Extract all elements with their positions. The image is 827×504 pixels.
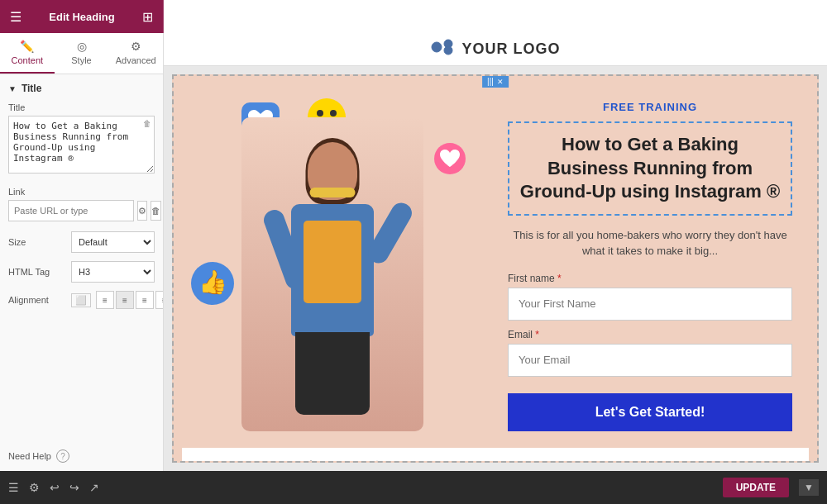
content-icon: ✏️ (20, 40, 34, 53)
advanced-icon: ⚙ (131, 40, 141, 53)
update-button[interactable]: UPDATE (723, 478, 789, 497)
alignment-row: Alignment ⬜ ≡ ≡ ≡ ≡ (8, 291, 155, 309)
tab-content[interactable]: ✏️ Content (0, 33, 55, 74)
selector-badge: ||| ✕ (482, 75, 509, 88)
bottom-bar: ☰ ⚙ ↩ ↪ ↗ UPDATE ▼ (0, 471, 827, 504)
email-field-group: Email * (508, 329, 792, 377)
link-row: ⚙ 🗑 (8, 200, 155, 221)
link-delete-button[interactable]: 🗑 (151, 201, 161, 221)
style-icon: ◎ (77, 40, 87, 53)
align-left-button[interactable]: ≡ (96, 291, 114, 309)
person-figure (250, 126, 415, 423)
hero-left: 👍 (174, 76, 491, 448)
as-seen-on-section: AS SEEN ON: (182, 448, 809, 463)
logo-area: YOUR LOGO (430, 37, 560, 61)
bottom-redo-icon[interactable]: ↪ (69, 481, 79, 494)
as-seen-logo-1 (290, 460, 332, 463)
logo-icon (430, 37, 455, 61)
main-heading-box[interactable]: How to Get a Baking Business Running fro… (508, 121, 792, 216)
person-sunglasses (310, 188, 356, 197)
svg-point-6 (330, 110, 337, 116)
section-arrow-icon: ▼ (8, 84, 17, 93)
align-center-button[interactable]: ≡ (116, 291, 134, 309)
html-tag-label: HTML Tag (8, 267, 66, 277)
top-bar-canvas-header (164, 0, 827, 33)
cta-button[interactable]: Let's Get Started! (508, 393, 792, 431)
size-select[interactable]: Default Small Medium Large (71, 231, 155, 253)
selector-badge-label: ||| (487, 77, 494, 86)
title-field-label: Title (8, 102, 155, 112)
as-seen-logo-3 (423, 460, 464, 463)
textarea-delete-icon[interactable]: 🗑 (143, 119, 151, 128)
svg-point-5 (317, 110, 323, 116)
first-name-required: * (557, 273, 562, 284)
section-title-label: Title (22, 83, 41, 94)
svg-marker-15 (362, 462, 392, 463)
size-row: Size Default Small Medium Large (8, 231, 155, 253)
html-tag-select[interactable]: H3 H1 H2 H4 H5 H6 p div span (71, 261, 155, 283)
top-bar-left: ☰ Edit Heading ⊞ (0, 0, 164, 33)
person-head (308, 142, 357, 200)
align-right-button[interactable]: ≡ (136, 291, 154, 309)
svg-point-2 (444, 46, 452, 55)
monitor-icon[interactable]: ⬜ (71, 293, 91, 307)
as-seen-logo-4 (489, 460, 530, 463)
bottom-share-icon[interactable]: ↗ (89, 481, 99, 494)
alignment-label: Alignment (8, 295, 66, 305)
selector-badge-close-icon[interactable]: ✕ (497, 78, 504, 86)
free-training-label: FREE TRAINING (508, 101, 792, 113)
hero-right: FREE TRAINING How to Get a Baking Busine… (491, 76, 817, 448)
logo-text: YOUR LOGO (461, 40, 560, 58)
bottom-settings-icon[interactable]: ⚙ (29, 481, 40, 494)
svg-point-0 (432, 42, 442, 52)
email-input[interactable] (508, 344, 792, 377)
help-circle-icon: ? (56, 449, 69, 463)
main-heading: How to Get a Baking Business Running fro… (519, 133, 781, 204)
svg-text:👍: 👍 (198, 269, 227, 296)
tab-advanced[interactable]: ⚙ Advanced (108, 33, 163, 74)
link-field-label: Link (8, 187, 155, 197)
person-shirt (304, 221, 361, 303)
title-input[interactable]: How to Get a Baking Business Running fro… (8, 116, 155, 174)
landing-section: ||| ✕ (172, 74, 819, 463)
bottom-hamburger-icon[interactable]: ☰ (8, 481, 19, 494)
section-title-header: ▼ Title (8, 83, 155, 94)
link-input[interactable] (8, 200, 134, 221)
tab-advanced-label: Advanced (116, 55, 156, 65)
need-help-label: Need Help (8, 451, 51, 461)
tab-style[interactable]: ◎ Style (55, 33, 109, 74)
sidebar-tabs: ✏️ Content ◎ Style ⚙ Advanced (0, 33, 163, 74)
canvas-logo-bar: YOUR LOGO (164, 33, 827, 66)
canvas-area: YOUR LOGO ||| ✕ (164, 33, 827, 471)
hamburger-icon[interactable]: ☰ (10, 9, 22, 25)
update-dropdown-button[interactable]: ▼ (799, 479, 819, 496)
email-label: Email * (508, 329, 792, 340)
svg-marker-12 (294, 462, 327, 463)
title-textarea-wrapper: How to Get a Baking Business Running fro… (8, 116, 155, 177)
tab-style-label: Style (71, 55, 91, 65)
html-tag-row: HTML Tag H3 H1 H2 H4 H5 H6 p div span (8, 261, 155, 283)
link-settings-button[interactable]: ⚙ (137, 201, 147, 221)
first-name-input[interactable] (508, 288, 792, 321)
top-bar: ☰ Edit Heading ⊞ (0, 0, 827, 33)
need-help-section[interactable]: Need Help ? (0, 441, 163, 471)
bottom-undo-icon[interactable]: ↩ (50, 481, 60, 494)
emoji-thumbsup: 👍 (190, 261, 236, 316)
align-justify-button[interactable]: ≡ (155, 291, 164, 309)
first-name-field-group: First name * (508, 273, 792, 321)
size-label: Size (8, 237, 66, 247)
as-seen-logos (290, 460, 530, 463)
alignment-buttons: ≡ ≡ ≡ ≡ (96, 291, 164, 309)
emoji-heart-pink (433, 142, 466, 182)
person-legs (295, 332, 370, 415)
tab-content-label: Content (12, 55, 44, 65)
sidebar: ✏️ Content ◎ Style ⚙ Advanced ▼ Title Ti… (0, 33, 164, 471)
hero-person-image (241, 117, 423, 431)
sub-text: This is for all you home-bakers who worr… (508, 227, 792, 259)
hero-section: 👍 (174, 76, 817, 448)
sidebar-content: ▼ Title Title How to Get a Baking Busine… (0, 74, 163, 441)
email-required: * (535, 329, 539, 340)
top-bar-title: Edit Heading (30, 11, 134, 23)
first-name-label: First name * (508, 273, 792, 284)
grid-icon[interactable]: ⊞ (142, 9, 153, 25)
